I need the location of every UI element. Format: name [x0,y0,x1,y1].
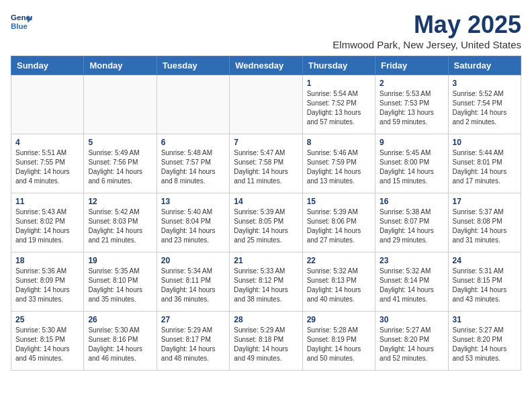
day-cell: 24Sunrise: 5:31 AM Sunset: 8:15 PM Dayli… [448,253,521,312]
day-cell: 19Sunrise: 5:35 AM Sunset: 8:10 PM Dayli… [84,253,157,312]
day-cell: 8Sunrise: 5:46 AM Sunset: 7:59 PM Daylig… [302,134,375,193]
day-number: 7 [234,138,298,147]
day-cell: 17Sunrise: 5:37 AM Sunset: 8:08 PM Dayli… [448,193,521,253]
header: General Blue May 2025 Elmwood Park, New … [11,11,521,50]
day-cell: 1Sunrise: 5:54 AM Sunset: 7:52 PM Daylig… [302,75,375,134]
day-info: Sunrise: 5:29 AM Sunset: 8:18 PM Dayligh… [234,326,298,363]
day-cell: 12Sunrise: 5:42 AM Sunset: 8:03 PM Dayli… [84,193,157,253]
day-info: Sunrise: 5:32 AM Sunset: 8:13 PM Dayligh… [307,267,371,304]
day-cell: 4Sunrise: 5:51 AM Sunset: 7:55 PM Daylig… [11,134,84,193]
week-row-1: 1Sunrise: 5:54 AM Sunset: 7:52 PM Daylig… [11,75,521,134]
weekday-header-tuesday: Tuesday [157,56,229,75]
day-number: 13 [161,197,225,206]
day-info: Sunrise: 5:39 AM Sunset: 8:05 PM Dayligh… [234,208,298,245]
day-cell: 22Sunrise: 5:32 AM Sunset: 8:13 PM Dayli… [302,253,375,312]
day-cell: 2Sunrise: 5:53 AM Sunset: 7:53 PM Daylig… [375,75,448,134]
day-number: 12 [88,197,152,206]
day-number: 27 [161,315,225,324]
weekday-header-monday: Monday [84,56,157,75]
day-info: Sunrise: 5:46 AM Sunset: 7:59 PM Dayligh… [307,148,371,186]
week-row-4: 18Sunrise: 5:36 AM Sunset: 8:09 PM Dayli… [11,253,521,312]
day-info: Sunrise: 5:33 AM Sunset: 8:12 PM Dayligh… [234,267,298,304]
day-number: 19 [88,256,152,265]
weekday-header-wednesday: Wednesday [230,56,302,75]
calendar-table: SundayMondayTuesdayWednesdayThursdayFrid… [11,56,521,371]
week-row-3: 11Sunrise: 5:43 AM Sunset: 8:02 PM Dayli… [11,193,521,253]
day-number: 24 [453,256,517,265]
weekday-header-sunday: Sunday [11,56,84,75]
day-number: 18 [15,256,79,265]
day-number: 10 [453,138,517,147]
day-cell: 11Sunrise: 5:43 AM Sunset: 8:02 PM Dayli… [11,193,84,253]
day-info: Sunrise: 5:40 AM Sunset: 8:04 PM Dayligh… [161,208,225,245]
day-info: Sunrise: 5:45 AM Sunset: 8:00 PM Dayligh… [380,148,443,186]
day-info: Sunrise: 5:34 AM Sunset: 8:11 PM Dayligh… [161,267,225,304]
day-info: Sunrise: 5:43 AM Sunset: 8:02 PM Dayligh… [15,208,79,245]
day-info: Sunrise: 5:51 AM Sunset: 7:55 PM Dayligh… [15,148,79,186]
day-number: 26 [88,315,152,324]
day-info: Sunrise: 5:32 AM Sunset: 8:14 PM Dayligh… [380,267,443,304]
location-title: Elmwood Park, New Jersey, United States [332,39,521,50]
logo-icon: General Blue [11,11,32,32]
day-cell: 26Sunrise: 5:30 AM Sunset: 8:16 PM Dayli… [84,312,157,371]
day-cell: 16Sunrise: 5:38 AM Sunset: 8:07 PM Dayli… [375,193,448,253]
day-info: Sunrise: 5:39 AM Sunset: 8:06 PM Dayligh… [307,208,371,245]
day-number: 3 [453,79,517,88]
day-cell: 14Sunrise: 5:39 AM Sunset: 8:05 PM Dayli… [230,193,302,253]
day-cell: 3Sunrise: 5:52 AM Sunset: 7:54 PM Daylig… [448,75,521,134]
day-cell: 21Sunrise: 5:33 AM Sunset: 8:12 PM Dayli… [230,253,302,312]
day-cell [11,75,84,134]
day-info: Sunrise: 5:54 AM Sunset: 7:52 PM Dayligh… [307,89,371,127]
day-number: 20 [161,256,225,265]
weekday-header-friday: Friday [375,56,448,75]
day-cell: 6Sunrise: 5:48 AM Sunset: 7:57 PM Daylig… [157,134,229,193]
day-cell: 13Sunrise: 5:40 AM Sunset: 8:04 PM Dayli… [157,193,229,253]
day-cell: 15Sunrise: 5:39 AM Sunset: 8:06 PM Dayli… [302,193,375,253]
day-info: Sunrise: 5:28 AM Sunset: 8:19 PM Dayligh… [307,326,371,363]
day-number: 6 [161,138,225,147]
day-number: 11 [15,197,79,206]
day-cell: 20Sunrise: 5:34 AM Sunset: 8:11 PM Dayli… [157,253,229,312]
day-info: Sunrise: 5:53 AM Sunset: 7:53 PM Dayligh… [380,89,443,127]
day-cell: 7Sunrise: 5:47 AM Sunset: 7:58 PM Daylig… [230,134,302,193]
day-number: 28 [234,315,298,324]
day-info: Sunrise: 5:47 AM Sunset: 7:58 PM Dayligh… [234,148,298,186]
day-number: 22 [307,256,371,265]
week-row-5: 25Sunrise: 5:30 AM Sunset: 8:15 PM Dayli… [11,312,521,371]
day-number: 23 [380,256,443,265]
day-number: 30 [380,315,443,324]
day-info: Sunrise: 5:38 AM Sunset: 8:07 PM Dayligh… [380,208,443,245]
day-cell: 28Sunrise: 5:29 AM Sunset: 8:18 PM Dayli… [230,312,302,371]
day-number: 17 [453,197,517,206]
day-cell: 9Sunrise: 5:45 AM Sunset: 8:00 PM Daylig… [375,134,448,193]
day-cell: 18Sunrise: 5:36 AM Sunset: 8:09 PM Dayli… [11,253,84,312]
day-number: 2 [380,79,443,88]
weekday-header-saturday: Saturday [448,56,521,75]
logo: General Blue [11,11,32,32]
month-title: May 2025 [332,11,521,39]
day-info: Sunrise: 5:49 AM Sunset: 7:56 PM Dayligh… [88,148,152,186]
day-number: 29 [307,315,371,324]
day-info: Sunrise: 5:35 AM Sunset: 8:10 PM Dayligh… [88,267,152,304]
day-info: Sunrise: 5:37 AM Sunset: 8:08 PM Dayligh… [453,208,517,245]
day-number: 15 [307,197,371,206]
day-info: Sunrise: 5:30 AM Sunset: 8:15 PM Dayligh… [15,326,79,363]
day-info: Sunrise: 5:48 AM Sunset: 7:57 PM Dayligh… [161,148,225,186]
day-info: Sunrise: 5:30 AM Sunset: 8:16 PM Dayligh… [88,326,152,363]
day-cell [230,75,302,134]
day-info: Sunrise: 5:36 AM Sunset: 8:09 PM Dayligh… [15,267,79,304]
day-number: 21 [234,256,298,265]
day-number: 31 [453,315,517,324]
week-row-2: 4Sunrise: 5:51 AM Sunset: 7:55 PM Daylig… [11,134,521,193]
day-info: Sunrise: 5:44 AM Sunset: 8:01 PM Dayligh… [453,148,517,186]
weekday-header-row: SundayMondayTuesdayWednesdayThursdayFrid… [11,56,521,75]
day-cell: 31Sunrise: 5:27 AM Sunset: 8:20 PM Dayli… [448,312,521,371]
day-number: 4 [15,138,79,147]
day-info: Sunrise: 5:42 AM Sunset: 8:03 PM Dayligh… [88,208,152,245]
day-number: 1 [307,79,371,88]
day-number: 16 [380,197,443,206]
day-info: Sunrise: 5:27 AM Sunset: 8:20 PM Dayligh… [380,326,443,363]
day-number: 9 [380,138,443,147]
weekday-header-thursday: Thursday [302,56,375,75]
day-number: 8 [307,138,371,147]
